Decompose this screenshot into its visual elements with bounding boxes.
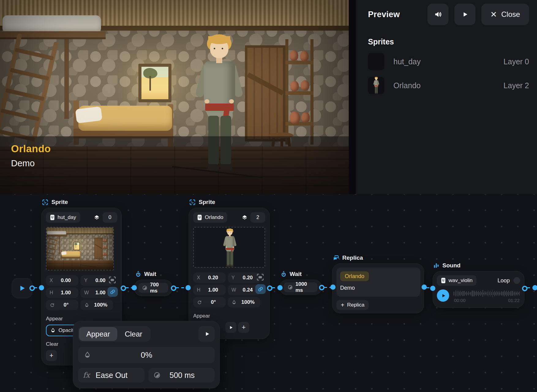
thumbnail-art bbox=[222, 228, 237, 267]
link-icon bbox=[110, 289, 116, 295]
replica-text-box[interactable]: Orlando Demo bbox=[336, 268, 420, 297]
fit-frame-button[interactable] bbox=[256, 273, 265, 281]
node-title: Replica bbox=[342, 254, 363, 261]
node-title: Wait bbox=[290, 271, 302, 277]
node-replica[interactable]: Replica Orlando Demo + Replica bbox=[332, 254, 424, 313]
port-in-wait-1000[interactable] bbox=[277, 285, 283, 290]
thumbnail-art bbox=[47, 228, 114, 270]
port-in-replica[interactable] bbox=[330, 285, 336, 290]
sprite-preview-thumbnail bbox=[46, 227, 114, 270]
plus-icon: + bbox=[341, 302, 344, 309]
link-icon bbox=[257, 286, 264, 292]
play-icon bbox=[229, 325, 233, 330]
loop-toggle[interactable] bbox=[513, 277, 520, 284]
preview-play-button[interactable] bbox=[454, 4, 475, 25]
easing-selector[interactable]: fx Ease Out bbox=[78, 368, 145, 383]
asset-chip-wav-violin[interactable]: wav_violin bbox=[437, 275, 476, 286]
port-out-sprite-orlando[interactable] bbox=[267, 285, 272, 291]
layers-icon bbox=[94, 214, 100, 221]
node-wait-700[interactable]: Wait 700 ms bbox=[134, 270, 173, 296]
add-clear-effect-button[interactable]: + bbox=[46, 350, 57, 361]
port-in-wait-700[interactable] bbox=[132, 285, 137, 290]
port-out-run[interactable] bbox=[29, 285, 35, 291]
layer-number-chip[interactable]: 2 bbox=[250, 212, 265, 223]
h-field[interactable]: H1.00 bbox=[193, 285, 226, 295]
sound-waveform[interactable]: 00:00 01:22 bbox=[453, 289, 520, 302]
duration-icon bbox=[153, 371, 161, 379]
preview-title: Preview bbox=[368, 10, 400, 19]
preview-viewport: Orlando Demo bbox=[0, 0, 349, 194]
play-icon bbox=[462, 11, 468, 18]
close-button[interactable]: ✕ Close bbox=[481, 4, 529, 25]
node-wait-1000[interactable]: Wait 1000 ms bbox=[279, 270, 322, 295]
file-icon bbox=[50, 214, 55, 221]
opacity-field[interactable]: 100% bbox=[81, 300, 113, 310]
port-end[interactable] bbox=[532, 285, 537, 290]
h-field[interactable]: H1.00 bbox=[46, 288, 78, 298]
layer-number-chip[interactable]: 0 bbox=[103, 212, 117, 223]
preview-effect-button[interactable] bbox=[198, 326, 215, 342]
sprite-name: Orlando bbox=[393, 81, 421, 90]
replica-chat-icon bbox=[333, 255, 339, 261]
tab-appear[interactable]: Appear bbox=[79, 327, 117, 341]
sprite-list-item-hut-day[interactable]: hut_day Layer 0 bbox=[368, 53, 529, 70]
play-icon bbox=[18, 284, 26, 292]
asset-chip-orlando[interactable]: Orlando bbox=[193, 212, 227, 223]
sprite-thumbnail-orlando bbox=[368, 77, 384, 94]
connection-wire bbox=[176, 287, 186, 288]
node-title: Sprite bbox=[199, 199, 215, 205]
layers-icon bbox=[242, 214, 248, 221]
sprite-name: hut_day bbox=[393, 57, 421, 66]
opacity-icon bbox=[84, 351, 91, 359]
x-field[interactable]: X0.00 bbox=[46, 275, 78, 286]
dialogue-text: Demo bbox=[11, 158, 338, 168]
port-out-sprite-hut-day[interactable] bbox=[121, 285, 126, 291]
opacity-icon bbox=[231, 300, 239, 305]
port-out-replica[interactable] bbox=[422, 285, 427, 290]
sprite-node-icon bbox=[189, 199, 196, 205]
port-in-sound[interactable] bbox=[430, 286, 435, 291]
sprite-thumbnail-hut-day bbox=[368, 53, 384, 70]
loop-label: Loop bbox=[498, 277, 510, 284]
port-out-wait-1000[interactable] bbox=[319, 285, 325, 290]
node-sound[interactable]: Sound wav_violin Loop bbox=[433, 262, 524, 308]
tab-clear[interactable]: Clear bbox=[117, 327, 149, 341]
port-out-sound[interactable] bbox=[522, 286, 528, 291]
fx-icon: fx bbox=[83, 371, 90, 379]
x-field[interactable]: X0.20 bbox=[193, 273, 226, 283]
fit-frame-button[interactable] bbox=[108, 276, 117, 284]
connection-wire bbox=[527, 287, 533, 288]
replica-text[interactable]: Demo bbox=[340, 285, 417, 291]
sound-play-button[interactable] bbox=[437, 289, 449, 302]
port-out-wait-700[interactable] bbox=[171, 285, 176, 291]
duration-icon bbox=[287, 285, 293, 290]
opacity-field[interactable]: 100% bbox=[228, 297, 260, 307]
sprite-layer: Layer 0 bbox=[504, 57, 529, 66]
port-in-sprite-orlando[interactable] bbox=[186, 285, 191, 290]
add-appear-effect-button[interactable]: + bbox=[238, 322, 249, 333]
appear-section-label: Appear bbox=[193, 313, 265, 319]
node-editor-canvas[interactable]: Sprite hut_day 0 bbox=[0, 194, 537, 392]
effect-tabs: Appear Clear bbox=[78, 326, 151, 342]
wait-duration-chip[interactable]: 1000 ms bbox=[284, 282, 317, 292]
replica-speaker-chip[interactable]: Orlando bbox=[340, 271, 369, 281]
node-sprite-orlando[interactable]: Sprite Orlando 2 bbox=[189, 198, 270, 339]
opacity-value-field[interactable]: 0% bbox=[78, 347, 215, 363]
file-icon bbox=[441, 277, 446, 284]
port-in-sprite-hut-day[interactable] bbox=[39, 285, 44, 290]
add-replica-button[interactable]: + Replica bbox=[336, 300, 369, 310]
play-effect-button[interactable] bbox=[225, 322, 236, 333]
link-dimensions-button[interactable] bbox=[107, 287, 118, 297]
asset-chip-hut-day[interactable]: hut_day bbox=[46, 212, 80, 223]
volume-button[interactable] bbox=[427, 4, 449, 25]
rotation-field[interactable]: 0° bbox=[46, 300, 78, 310]
effect-duration-field[interactable]: 500 ms bbox=[148, 368, 215, 383]
app: Orlando Demo Preview bbox=[0, 0, 537, 392]
link-dimensions-button[interactable] bbox=[255, 284, 266, 294]
node-title: Sound bbox=[442, 262, 460, 269]
wait-duration-chip[interactable]: 700 ms bbox=[138, 283, 168, 293]
rotation-field[interactable]: 0° bbox=[193, 297, 226, 307]
sprite-preview-thumbnail bbox=[193, 227, 265, 268]
sprite-list-item-orlando[interactable]: Orlando Layer 2 bbox=[368, 77, 529, 94]
close-label: Close bbox=[501, 10, 520, 19]
